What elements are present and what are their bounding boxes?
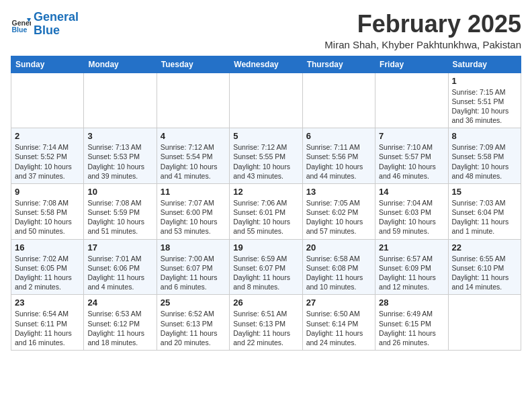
calendar-cell: 2Sunrise: 7:14 AM Sunset: 5:52 PM Daylig… [11, 128, 84, 184]
day-info: Sunrise: 7:06 AM Sunset: 6:01 PM Dayligh… [233, 198, 298, 236]
day-info: Sunrise: 6:51 AM Sunset: 6:13 PM Dayligh… [233, 309, 298, 347]
calendar-cell: 4Sunrise: 7:12 AM Sunset: 5:54 PM Daylig… [157, 128, 229, 184]
logo: General Blue General Blue [11, 11, 79, 38]
title-block: February 2025 Miran Shah, Khyber Pakhtun… [324, 11, 521, 50]
calendar-cell [302, 73, 375, 128]
weekday-header-thursday: Thursday [302, 56, 375, 73]
day-number: 1 [452, 76, 517, 86]
day-info: Sunrise: 7:15 AM Sunset: 5:51 PM Dayligh… [452, 87, 517, 126]
day-info: Sunrise: 7:10 AM Sunset: 5:57 PM Dayligh… [379, 142, 444, 181]
calendar-cell: 8Sunrise: 7:09 AM Sunset: 5:58 PM Daylig… [448, 128, 521, 184]
calendar-week-2: 2Sunrise: 7:14 AM Sunset: 5:52 PM Daylig… [11, 128, 521, 184]
day-number: 6 [306, 131, 371, 141]
day-number: 26 [233, 298, 298, 308]
calendar-cell: 26Sunrise: 6:51 AM Sunset: 6:13 PM Dayli… [230, 295, 302, 351]
day-info: Sunrise: 6:50 AM Sunset: 6:14 PM Dayligh… [306, 309, 371, 347]
day-number: 15 [452, 187, 517, 197]
weekday-header-saturday: Saturday [448, 56, 521, 73]
day-number: 11 [161, 187, 226, 197]
day-info: Sunrise: 6:59 AM Sunset: 6:07 PM Dayligh… [233, 254, 298, 292]
calendar-cell [84, 73, 157, 128]
calendar-cell: 3Sunrise: 7:13 AM Sunset: 5:53 PM Daylig… [84, 128, 157, 184]
weekday-header-monday: Monday [84, 56, 157, 73]
day-number: 22 [452, 242, 517, 253]
calendar-cell: 15Sunrise: 7:03 AM Sunset: 6:04 PM Dayli… [448, 183, 521, 239]
logo-subtext: Blue [34, 24, 79, 38]
day-number: 3 [87, 131, 152, 141]
calendar-table: SundayMondayTuesdayWednesdayThursdayFrid… [11, 56, 521, 351]
calendar-week-1: 1Sunrise: 7:15 AM Sunset: 5:51 PM Daylig… [11, 73, 521, 128]
day-info: Sunrise: 7:04 AM Sunset: 6:03 PM Dayligh… [379, 198, 444, 236]
calendar-cell [375, 73, 448, 128]
day-number: 5 [233, 131, 298, 141]
day-info: Sunrise: 7:02 AM Sunset: 6:05 PM Dayligh… [15, 254, 80, 292]
calendar-cell: 21Sunrise: 6:57 AM Sunset: 6:09 PM Dayli… [375, 239, 448, 295]
day-number: 8 [452, 131, 517, 141]
calendar-cell: 22Sunrise: 6:55 AM Sunset: 6:10 PM Dayli… [448, 239, 521, 295]
calendar-cell: 24Sunrise: 6:53 AM Sunset: 6:12 PM Dayli… [84, 295, 157, 351]
day-info: Sunrise: 7:11 AM Sunset: 5:56 PM Dayligh… [306, 142, 371, 181]
day-number: 13 [306, 187, 371, 197]
day-number: 21 [379, 242, 444, 253]
calendar-week-5: 23Sunrise: 6:54 AM Sunset: 6:11 PM Dayli… [11, 295, 521, 351]
calendar-cell [448, 295, 521, 351]
day-number: 9 [15, 187, 80, 197]
calendar-cell: 28Sunrise: 6:49 AM Sunset: 6:15 PM Dayli… [375, 295, 448, 351]
weekday-header-sunday: Sunday [11, 56, 84, 73]
day-number: 10 [87, 187, 152, 197]
day-number: 17 [87, 242, 152, 253]
calendar-cell: 1Sunrise: 7:15 AM Sunset: 5:51 PM Daylig… [448, 73, 521, 128]
day-info: Sunrise: 6:58 AM Sunset: 6:08 PM Dayligh… [306, 254, 371, 292]
day-info: Sunrise: 6:53 AM Sunset: 6:12 PM Dayligh… [87, 309, 152, 347]
day-info: Sunrise: 7:05 AM Sunset: 6:02 PM Dayligh… [306, 198, 371, 236]
weekday-header-wednesday: Wednesday [230, 56, 302, 73]
calendar-cell: 25Sunrise: 6:52 AM Sunset: 6:13 PM Dayli… [157, 295, 229, 351]
day-number: 12 [233, 187, 298, 197]
location-subtitle: Miran Shah, Khyber Pakhtunkhwa, Pakistan [324, 39, 521, 50]
day-number: 16 [15, 242, 80, 253]
calendar-header: General Blue General Blue February 2025 … [11, 11, 521, 50]
day-number: 14 [379, 187, 444, 197]
calendar-cell: 11Sunrise: 7:07 AM Sunset: 6:00 PM Dayli… [157, 183, 229, 239]
day-number: 28 [379, 298, 444, 308]
calendar-cell: 20Sunrise: 6:58 AM Sunset: 6:08 PM Dayli… [302, 239, 375, 295]
month-title: February 2025 [324, 11, 521, 38]
calendar-week-3: 9Sunrise: 7:08 AM Sunset: 5:58 PM Daylig… [11, 183, 521, 239]
day-info: Sunrise: 7:09 AM Sunset: 5:58 PM Dayligh… [452, 142, 517, 181]
weekday-header-friday: Friday [375, 56, 448, 73]
day-info: Sunrise: 6:57 AM Sunset: 6:09 PM Dayligh… [379, 254, 444, 292]
calendar-cell [230, 73, 302, 128]
day-number: 7 [379, 131, 444, 141]
calendar-cell: 18Sunrise: 7:00 AM Sunset: 6:07 PM Dayli… [157, 239, 229, 295]
calendar-cell: 27Sunrise: 6:50 AM Sunset: 6:14 PM Dayli… [302, 295, 375, 351]
day-info: Sunrise: 6:49 AM Sunset: 6:15 PM Dayligh… [379, 309, 444, 347]
day-info: Sunrise: 7:01 AM Sunset: 6:06 PM Dayligh… [87, 254, 152, 292]
day-info: Sunrise: 7:00 AM Sunset: 6:07 PM Dayligh… [161, 254, 226, 292]
day-number: 18 [161, 242, 226, 253]
calendar-cell: 10Sunrise: 7:08 AM Sunset: 5:59 PM Dayli… [84, 183, 157, 239]
weekday-header-tuesday: Tuesday [157, 56, 229, 73]
calendar-cell [157, 73, 229, 128]
calendar-cell: 12Sunrise: 7:06 AM Sunset: 6:01 PM Dayli… [230, 183, 302, 239]
calendar-cell: 5Sunrise: 7:12 AM Sunset: 5:55 PM Daylig… [230, 128, 302, 184]
calendar-cell: 19Sunrise: 6:59 AM Sunset: 6:07 PM Dayli… [230, 239, 302, 295]
calendar-cell: 6Sunrise: 7:11 AM Sunset: 5:56 PM Daylig… [302, 128, 375, 184]
day-number: 27 [306, 298, 371, 308]
day-info: Sunrise: 7:08 AM Sunset: 5:59 PM Dayligh… [87, 198, 152, 236]
day-info: Sunrise: 7:13 AM Sunset: 5:53 PM Dayligh… [87, 142, 152, 181]
logo-icon: General Blue [11, 14, 31, 34]
svg-text:Blue: Blue [12, 26, 28, 34]
day-number: 2 [15, 131, 80, 141]
day-info: Sunrise: 6:52 AM Sunset: 6:13 PM Dayligh… [161, 309, 226, 347]
calendar-cell [11, 73, 84, 128]
day-info: Sunrise: 7:14 AM Sunset: 5:52 PM Dayligh… [15, 142, 80, 181]
calendar-cell: 17Sunrise: 7:01 AM Sunset: 6:06 PM Dayli… [84, 239, 157, 295]
day-number: 23 [15, 298, 80, 308]
calendar-cell: 7Sunrise: 7:10 AM Sunset: 5:57 PM Daylig… [375, 128, 448, 184]
day-number: 20 [306, 242, 371, 253]
day-info: Sunrise: 6:55 AM Sunset: 6:10 PM Dayligh… [452, 254, 517, 292]
day-number: 24 [87, 298, 152, 308]
calendar-cell: 14Sunrise: 7:04 AM Sunset: 6:03 PM Dayli… [375, 183, 448, 239]
weekday-header-row: SundayMondayTuesdayWednesdayThursdayFrid… [11, 56, 521, 73]
day-info: Sunrise: 7:12 AM Sunset: 5:55 PM Dayligh… [233, 142, 298, 181]
